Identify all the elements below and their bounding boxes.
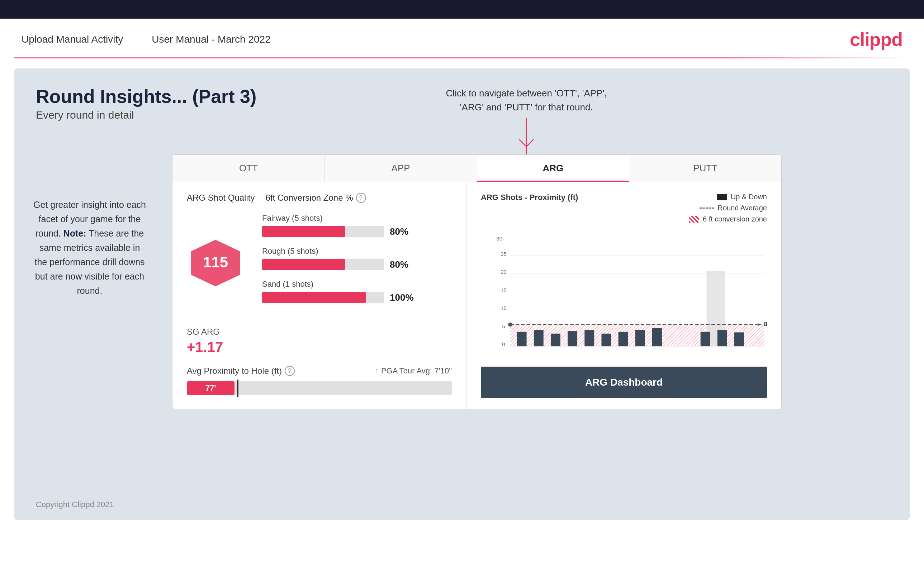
- chart-header: ARG Shots - Proximity (ft) Up & Down Rou…: [481, 193, 767, 223]
- hexagon-svg: 115: [187, 238, 244, 288]
- svg-rect-20: [551, 334, 561, 346]
- svg-rect-22: [585, 330, 594, 346]
- svg-text:10: 10: [501, 305, 507, 311]
- sg-label: SG ARG: [187, 327, 452, 337]
- chart-title: ARG Shots - Proximity (ft): [481, 193, 578, 202]
- svg-text:8: 8: [764, 321, 767, 327]
- tab-arg[interactable]: ARG: [477, 155, 630, 182]
- sg-value: +1.17: [187, 339, 452, 355]
- rough-bar-bg: [262, 259, 384, 270]
- copyright-text: Copyright Clippd 2021: [36, 500, 114, 509]
- legend-round-avg-label: Round Average: [717, 204, 767, 212]
- dashboard-card: OTT APP ARG PUTT ARG Shot Quality 6ft Co…: [172, 155, 782, 409]
- rough-label: Rough (5 shots): [262, 247, 452, 256]
- legend-up-down: Up & Down: [717, 193, 767, 201]
- proximity-section: Avg Proximity to Hole (ft) ? ↑ PGA Tour …: [187, 366, 452, 395]
- nav-annotation: Click to navigate between 'OTT', 'APP', …: [446, 86, 607, 161]
- svg-rect-19: [534, 330, 544, 346]
- sand-label: Sand (1 shots): [262, 280, 452, 289]
- legend-box-icon: [717, 194, 727, 200]
- annotation-text: Click to navigate between 'OTT', 'APP', …: [446, 86, 607, 114]
- svg-rect-29: [734, 332, 744, 346]
- legend-round-average: Round Average: [699, 204, 767, 212]
- legend-up-down-label: Up & Down: [731, 193, 767, 201]
- svg-rect-18: [517, 332, 527, 346]
- svg-rect-21: [568, 331, 577, 346]
- shot-row-sand: Sand (1 shots) 100%: [262, 280, 452, 303]
- proximity-title: Avg Proximity to Hole (ft) ?: [187, 366, 295, 376]
- panel-header-title: ARG Shot Quality: [187, 193, 255, 203]
- upload-manual-link[interactable]: Upload Manual Activity: [21, 34, 123, 45]
- svg-text:5: 5: [502, 323, 505, 329]
- help-icon[interactable]: ?: [356, 193, 366, 203]
- chart-svg: 0 5 10 15 20 25 30: [495, 230, 767, 359]
- fairway-bar-fill: [262, 226, 345, 237]
- top-bar: [0, 0, 924, 19]
- legend-6ft-label: 6 ft conversion zone: [703, 215, 767, 223]
- svg-point-31: [508, 322, 512, 327]
- header-divider: [15, 57, 909, 58]
- pga-avg: ↑ PGA Tour Avg: 7'10": [375, 366, 452, 376]
- shot-bars: Fairway (5 shots) 80% Rough (5 shots): [262, 214, 452, 313]
- tabs-container: OTT APP ARG PUTT: [173, 155, 781, 182]
- sg-section: SG ARG +1.17: [187, 327, 452, 355]
- svg-text:15: 15: [501, 287, 507, 293]
- hexagon-wrapper: 115: [187, 238, 244, 288]
- proximity-bar-bg: 77': [187, 381, 452, 395]
- svg-text:30: 30: [496, 235, 502, 242]
- fairway-bar-bg: [262, 226, 384, 237]
- rough-value: 80%: [390, 259, 409, 270]
- hexagon-value: 115: [203, 254, 228, 271]
- hexagon-container: 115 Fairway (5 shots) 80%: [187, 214, 452, 313]
- svg-rect-24: [619, 332, 628, 346]
- shot-row-fairway: Fairway (5 shots) 80%: [262, 214, 452, 237]
- user-manual-label: User Manual - March 2022: [152, 34, 270, 45]
- panel-header-subtitle: 6ft Conversion Zone % ?: [265, 193, 366, 203]
- fairway-value: 80%: [390, 226, 409, 237]
- tab-putt[interactable]: PUTT: [629, 155, 781, 182]
- sand-bar-fill: [262, 292, 366, 303]
- header: Upload Manual Activity User Manual - Mar…: [0, 19, 924, 57]
- arg-dashboard-button[interactable]: ARG Dashboard: [481, 367, 767, 398]
- logo: clippd: [850, 29, 903, 50]
- left-panel: ARG Shot Quality 6ft Conversion Zone % ?…: [173, 182, 467, 409]
- tab-app[interactable]: APP: [325, 155, 477, 182]
- svg-rect-28: [717, 330, 727, 346]
- svg-rect-26: [652, 328, 662, 347]
- shot-row-rough: Rough (5 shots) 80%: [262, 247, 452, 270]
- svg-rect-23: [601, 334, 611, 346]
- chart-area: 0 5 10 15 20 25 30: [495, 230, 767, 359]
- proximity-bar-fill: 77': [187, 381, 234, 395]
- legend-6ft-zone: 6 ft conversion zone: [689, 215, 767, 223]
- card-body: ARG Shot Quality 6ft Conversion Zone % ?…: [173, 182, 781, 409]
- rough-bar-fill: [262, 259, 345, 270]
- fairway-bar-row: 80%: [262, 226, 452, 237]
- sand-bar-row: 100%: [262, 292, 452, 303]
- sand-bar-bg: [262, 292, 384, 303]
- proximity-header: Avg Proximity to Hole (ft) ? ↑ PGA Tour …: [187, 366, 452, 376]
- header-left: Upload Manual Activity User Manual - Mar…: [21, 34, 271, 45]
- sand-value: 100%: [390, 292, 414, 303]
- rough-bar-row: 80%: [262, 259, 452, 270]
- left-description: Get greater insight into each facet of y…: [32, 197, 147, 298]
- svg-rect-25: [635, 330, 645, 346]
- svg-rect-27: [701, 332, 710, 346]
- tab-ott[interactable]: OTT: [173, 155, 325, 182]
- panel-header: ARG Shot Quality 6ft Conversion Zone % ?: [187, 193, 452, 203]
- note-label: Note:: [63, 228, 86, 239]
- svg-text:20: 20: [501, 269, 507, 275]
- proximity-help-icon[interactable]: ?: [285, 366, 295, 376]
- chart-legend: Up & Down Round Average 6 ft conversion …: [689, 193, 767, 223]
- right-panel: ARG Shots - Proximity (ft) Up & Down Rou…: [467, 182, 781, 409]
- proximity-cursor: [237, 380, 238, 397]
- svg-text:25: 25: [501, 251, 507, 257]
- footer: Copyright Clippd 2021: [36, 500, 114, 509]
- svg-text:0: 0: [502, 341, 505, 347]
- legend-dashed-icon: [699, 208, 714, 209]
- fairway-label: Fairway (5 shots): [262, 214, 452, 223]
- main-content: Round Insights... (Part 3) Every round i…: [15, 68, 909, 520]
- legend-hatched-icon: [689, 216, 699, 222]
